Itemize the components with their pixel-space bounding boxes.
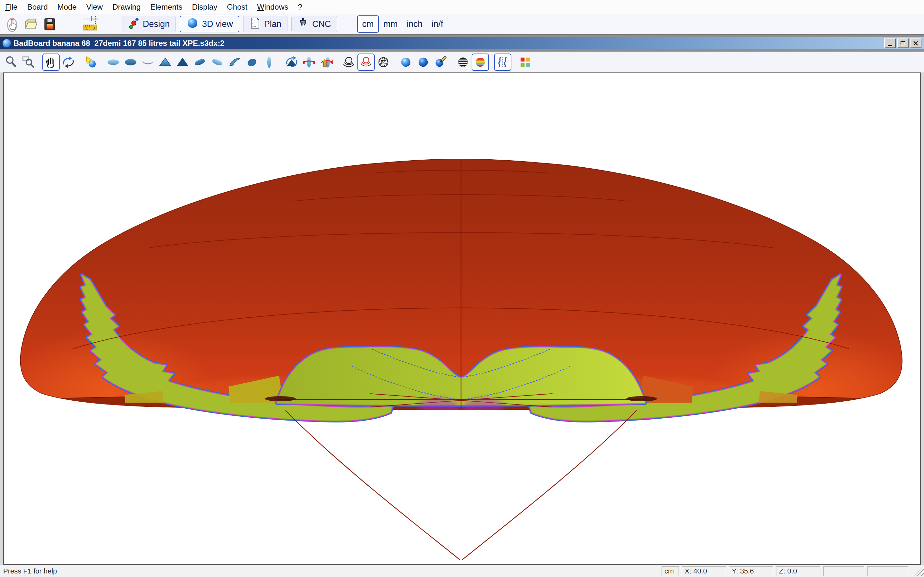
- menu-help[interactable]: ?: [298, 3, 302, 11]
- minimize-button[interactable]: [884, 39, 896, 48]
- flip-vertical-icon[interactable]: [318, 53, 335, 71]
- document-title-bar[interactable]: BadBoard banana 68 27demi 167 85 litres …: [0, 37, 924, 49]
- pointer-hand-icon[interactable]: [3, 15, 22, 33]
- status-fields: cm X: 40.0 Y: 35.6 Z: 0.0: [662, 566, 924, 576]
- window-controls: [884, 39, 921, 48]
- 3d-view-button-label: 3D view: [202, 19, 233, 29]
- menu-ghost[interactable]: Ghost: [227, 3, 247, 11]
- maximize-button[interactable]: [897, 39, 909, 48]
- color-palette-icon[interactable]: [517, 53, 534, 71]
- minimize-icon: [888, 45, 892, 46]
- zoom-window-icon[interactable]: [20, 53, 37, 71]
- viewport-3d[interactable]: [3, 73, 921, 565]
- rotate-view-icon[interactable]: [60, 53, 77, 71]
- view-wedge-icon[interactable]: [226, 53, 243, 71]
- view-deck-icon[interactable]: [122, 53, 139, 71]
- view-front-icon[interactable]: [260, 53, 278, 71]
- board-3d-render: [4, 73, 920, 564]
- status-extra-2: [867, 566, 908, 576]
- view-toolbar: [0, 52, 924, 73]
- view-tilt-right-icon[interactable]: [208, 53, 226, 71]
- view-nose-dark-icon[interactable]: [174, 53, 191, 71]
- design-mode-button[interactable]: Design: [123, 16, 176, 32]
- maximize-icon: [901, 41, 905, 45]
- unit-inf[interactable]: in/f: [427, 16, 447, 32]
- menu-file[interactable]: File: [5, 3, 18, 11]
- view-blob-icon[interactable]: [243, 53, 260, 71]
- menu-drawing[interactable]: Drawing: [112, 3, 141, 11]
- plan-mode-button[interactable]: Plan: [243, 16, 288, 32]
- window-frame-strip-2: [0, 49, 924, 52]
- menu-display[interactable]: Display: [192, 3, 217, 11]
- 3d-view-mode-button[interactable]: 3D view: [180, 16, 239, 32]
- unit-cm[interactable]: cm: [357, 15, 379, 33]
- plan-sheet-icon: [249, 17, 261, 32]
- unit-selector: cm mm inch in/f: [357, 15, 448, 33]
- pan-hand-icon[interactable]: [42, 53, 60, 71]
- view-bottom-icon[interactable]: [105, 53, 122, 71]
- design-nodes-icon: [129, 17, 140, 32]
- design-button-label: Design: [143, 19, 170, 29]
- view-rocker-icon[interactable]: [139, 53, 157, 71]
- document-icon: [3, 39, 11, 47]
- document-title: BadBoard banana 68 27demi 167 85 litres …: [13, 39, 225, 48]
- svg-text:0: 0: [93, 26, 95, 30]
- spin-horizontal-icon[interactable]: [300, 53, 318, 71]
- status-bar: Press F1 for help cm X: 40.0 Y: 35.6 Z: …: [0, 565, 924, 577]
- application-window: File Board Mode View Drawing Elements Di…: [0, 0, 924, 577]
- menu-windows[interactable]: Windows: [257, 3, 288, 11]
- open-folder-icon[interactable]: [22, 15, 40, 33]
- status-z-coordinate: Z: 0.0: [776, 566, 821, 576]
- shaded-sphere-dark-icon[interactable]: [415, 53, 432, 71]
- ruler-icon[interactable]: 10: [81, 15, 100, 33]
- stripes-sphere-icon[interactable]: [454, 53, 472, 71]
- close-button[interactable]: [910, 39, 921, 48]
- status-y-coordinate: Y: 35.6: [729, 566, 773, 576]
- unit-inch[interactable]: inch: [402, 16, 427, 32]
- view-tilt-left-icon[interactable]: [191, 53, 208, 71]
- edit-surface-icon[interactable]: [432, 53, 449, 71]
- status-help-text: Press F1 for help: [0, 567, 57, 575]
- menu-view[interactable]: View: [86, 3, 103, 11]
- svg-text:1: 1: [86, 26, 87, 30]
- save-icon[interactable]: [40, 15, 59, 33]
- plan-button-label: Plan: [264, 19, 281, 29]
- zoom-icon[interactable]: [3, 53, 20, 71]
- menu-bar: File Board Mode View Drawing Elements Di…: [0, 0, 924, 14]
- compare-curves-icon[interactable]: [494, 53, 511, 71]
- menu-mode[interactable]: Mode: [57, 3, 77, 11]
- status-unit: cm: [662, 566, 679, 576]
- status-extra-1: [823, 566, 864, 576]
- shaded-sphere-icon[interactable]: [397, 53, 415, 71]
- curvature-map-icon[interactable]: [472, 53, 489, 71]
- unit-mm[interactable]: mm: [379, 16, 402, 32]
- router-bit-icon: [297, 17, 309, 32]
- rotate-object-icon[interactable]: [283, 53, 300, 71]
- main-toolbar: 10 Design 3D view: [0, 14, 924, 34]
- status-x-coordinate: X: 40.0: [682, 566, 726, 576]
- close-icon: [913, 41, 918, 46]
- cnc-mode-button[interactable]: CNC: [291, 16, 337, 32]
- view-nose-light-icon[interactable]: [157, 53, 174, 71]
- contour-circles-red-icon[interactable]: [357, 53, 375, 71]
- cnc-button-label: CNC: [312, 19, 331, 29]
- resize-grip[interactable]: [913, 566, 924, 576]
- contour-circles-icon[interactable]: [340, 53, 357, 71]
- window-frame-strip: [0, 34, 924, 37]
- outline-projection-curve: [286, 410, 636, 560]
- render-light-icon[interactable]: [82, 53, 99, 71]
- menu-elements[interactable]: Elements: [150, 3, 182, 11]
- sphere-3d-icon: [186, 17, 199, 32]
- menu-board[interactable]: Board: [27, 3, 48, 11]
- wireframe-sphere-icon[interactable]: [375, 53, 392, 71]
